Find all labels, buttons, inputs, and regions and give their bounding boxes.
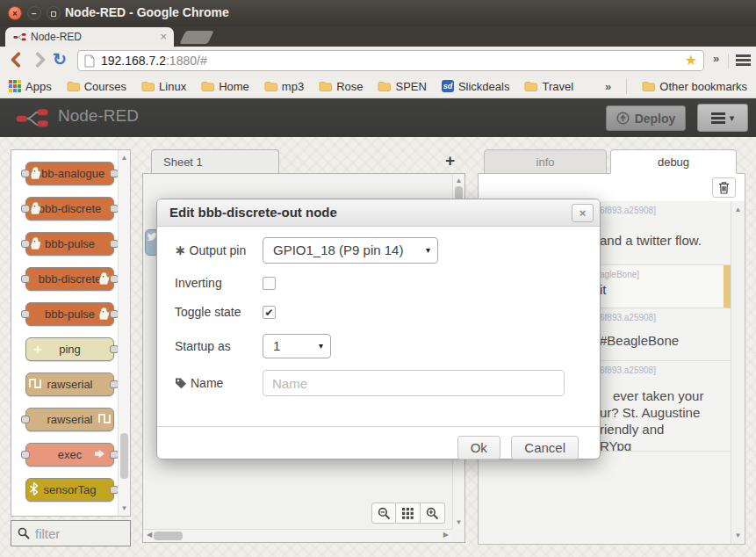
toggle-state-checkbox[interactable]: ✔ — [263, 306, 276, 319]
node-label: bbb-pulse — [45, 307, 95, 321]
output-pin-select[interactable]: GPIO1_18 (P9 pin 14) ▾ — [263, 237, 438, 264]
bookmarks-overflow-icon[interactable]: » — [605, 80, 611, 93]
node-palette: bbb-analogue bbb-discrete bbb-pulse bbb-… — [11, 149, 131, 517]
header-menu-button[interactable]: ▾ — [697, 104, 748, 132]
canvas-hscroll-thumb[interactable] — [154, 532, 183, 540]
palette-node-bbb-pulse-in[interactable]: bbb-pulse — [25, 232, 114, 256]
tab-close-icon[interactable]: × — [160, 27, 167, 46]
bookmark-spen[interactable]: SPEN — [378, 80, 426, 93]
palette-scrollbar[interactable]: ▲ ▼ — [118, 150, 130, 516]
dialog-close-icon[interactable]: × — [572, 204, 594, 222]
reload-icon[interactable]: ↻ — [53, 49, 67, 69]
palette-node-exec[interactable]: exec — [25, 443, 114, 467]
window-minimize-icon[interactable]: − — [27, 6, 41, 20]
deploy-button[interactable]: Deploy — [606, 105, 686, 131]
window-maximize-icon[interactable] — [47, 6, 61, 20]
bookmark-home[interactable]: Home — [201, 80, 249, 93]
arrow-right-icon — [93, 448, 106, 462]
folder-icon — [642, 81, 655, 91]
folder-icon — [141, 81, 155, 91]
input-port — [21, 275, 30, 283]
chevron-down-icon: ▾ — [730, 112, 735, 124]
select-caret-icon: ▾ — [319, 335, 323, 358]
startup-as-row: Startup as 1 ▾ — [175, 334, 582, 358]
other-bookmarks[interactable]: Other bookmarks — [642, 80, 747, 93]
toolbar-overflow-icon[interactable]: » — [713, 52, 719, 65]
palette-node-bbb-analogue[interactable]: bbb-analogue — [25, 162, 114, 185]
select-caret-icon: ▾ — [426, 238, 430, 263]
tab-info[interactable]: info — [484, 149, 607, 174]
filter-input[interactable] — [35, 526, 119, 541]
scroll-right-icon[interactable]: ▶ — [443, 531, 449, 539]
palette-node-ping[interactable]: + ping — [25, 337, 114, 361]
scroll-up-icon[interactable]: ▲ — [119, 154, 130, 162]
add-sheet-icon[interactable]: + — [445, 151, 455, 170]
bookmark-rose[interactable]: Rose — [319, 80, 363, 93]
inverting-checkbox[interactable]: ✔ — [263, 277, 276, 290]
deploy-icon — [616, 112, 630, 125]
zoom-in-button[interactable] — [421, 503, 445, 524]
window-close-icon[interactable]: × — [8, 6, 22, 20]
folder-icon — [524, 81, 537, 91]
node-label: bbb-analogue — [35, 167, 105, 180]
bookmarks-bar: Apps Courses Linux Home mp3 Rose SPEN sd… — [0, 75, 756, 98]
palette-node-bbb-pulse-out[interactable]: bbb-pulse — [25, 302, 114, 326]
tab-sheet-1[interactable]: Sheet 1 — [151, 149, 279, 174]
squarewave-icon — [98, 413, 111, 426]
ok-button[interactable]: Ok — [457, 436, 500, 459]
tab-debug[interactable]: debug — [610, 149, 737, 174]
folder-icon — [378, 81, 391, 91]
palette-node-bbb-discrete-in[interactable]: bbb-discrete — [25, 197, 114, 221]
scroll-up-icon[interactable]: ▲ — [453, 177, 464, 184]
bookmark-travel[interactable]: Travel — [524, 80, 573, 93]
browser-tab[interactable]: Node-RED × — [5, 27, 174, 47]
palette-node-rawserial-in[interactable]: rawserial — [25, 373, 114, 396]
chrome-menu-icon[interactable] — [736, 54, 751, 66]
palette-node-rawserial-out[interactable]: rawserial — [25, 408, 114, 431]
node-red-favicon — [13, 31, 27, 47]
new-tab-button[interactable] — [179, 31, 213, 44]
bookmark-linux[interactable]: Linux — [141, 80, 186, 93]
folder-icon — [67, 81, 80, 91]
startup-as-value: 1 — [273, 338, 280, 353]
scroll-up-icon[interactable]: ▲ — [731, 206, 745, 213]
node-label: bbb-discrete — [39, 202, 102, 215]
startup-as-select[interactable]: 1 ▾ — [263, 334, 331, 358]
address-bar[interactable]: 192.168.7.2:1880/# ★ — [77, 50, 704, 71]
palette-node-sensortag[interactable]: sensorTag — [25, 478, 114, 502]
scroll-left-icon[interactable]: ◀ — [147, 531, 152, 539]
scroll-down-icon[interactable]: ▼ — [453, 518, 464, 526]
bookmark-courses[interactable]: Courses — [67, 80, 126, 93]
input-port — [21, 310, 30, 318]
bookmark-apps[interactable]: Apps — [9, 80, 52, 93]
bookmark-mp3[interactable]: mp3 — [264, 80, 304, 93]
toggle-state-row: Toggle state ✔ — [175, 302, 582, 322]
bookmark-label: Linux — [159, 80, 186, 93]
forward-icon[interactable] — [32, 52, 51, 69]
hamburger-icon — [711, 117, 725, 119]
trash-icon — [718, 181, 730, 194]
scroll-down-icon[interactable]: ▼ — [119, 504, 130, 512]
bookmark-label: Apps — [25, 80, 52, 93]
palette-scroll-thumb[interactable] — [120, 433, 128, 479]
palette-filter[interactable] — [11, 520, 131, 546]
name-input[interactable] — [263, 370, 565, 396]
bookmark-label: Rose — [336, 80, 363, 93]
bookmark-label: Travel — [542, 80, 573, 93]
debug-scrollbar[interactable]: ▲ ▼ — [731, 201, 745, 544]
clear-debug-button[interactable] — [712, 177, 736, 198]
check-icon: ✔ — [264, 307, 273, 319]
zoom-reset-button[interactable] — [396, 503, 421, 524]
bookmark-star-icon[interactable]: ★ — [685, 52, 697, 69]
back-icon[interactable] — [9, 52, 28, 69]
node-label: exec — [58, 448, 82, 461]
page-icon — [84, 54, 95, 71]
cancel-button[interactable]: Cancel — [511, 436, 579, 459]
canvas-horizontal-scrollbar[interactable]: ◀ ▶ — [143, 529, 452, 542]
scroll-down-icon[interactable]: ▼ — [731, 532, 745, 539]
zoom-out-button[interactable] — [371, 503, 396, 524]
zoom-in-icon — [426, 507, 439, 520]
hamburger-bars — [736, 59, 751, 61]
bookmark-slickdeals[interactable]: sd Slickdeals — [442, 80, 510, 93]
palette-node-bbb-discrete-out[interactable]: bbb-discrete — [25, 267, 114, 291]
